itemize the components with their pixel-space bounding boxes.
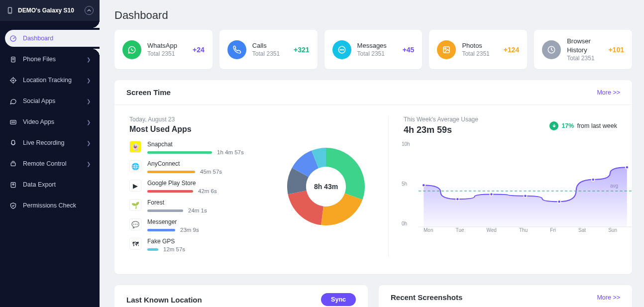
usage-area-chart: 10h 5h 0h avg MonTueWedThuFriSatSun — [404, 141, 617, 231]
sidebar-item-label: Location Tracking — [23, 77, 72, 84]
app-row: 💬 Messenger 23m 9s — [129, 218, 264, 233]
usage-value: 4h 23m 59s — [404, 125, 478, 135]
stat-card-whatsapp[interactable]: WhatsApp Total 2351 +24 — [114, 30, 213, 69]
svg-point-31 — [558, 200, 561, 203]
app-name: AnyConnect — [147, 160, 264, 167]
sidebar-item-dashboard[interactable]: Dashboard — [0, 28, 100, 49]
stat-total: Total 2351 — [147, 50, 177, 58]
usage-subtitle: This Week's Average Usage — [404, 116, 478, 123]
sync-button[interactable]: Sync — [321, 293, 356, 306]
svg-point-30 — [524, 195, 527, 198]
app-usage-bar — [147, 229, 175, 231]
app-row: 👻 Snapchat 1h 4m 57s — [129, 141, 264, 155]
record-icon — [9, 139, 17, 147]
sidebar-item-location-tracking[interactable]: Location Tracking❯ — [0, 70, 100, 91]
phone-icon — [6, 6, 14, 14]
app-usage-bar — [147, 171, 195, 173]
svg-point-33 — [626, 166, 629, 169]
sidebar-item-permissions-check[interactable]: Permissions Check — [0, 195, 100, 216]
stat-card-photos[interactable]: Photos Total 2351 +124 — [429, 30, 527, 69]
sidebar-item-label: Data Export — [23, 181, 56, 188]
stat-delta: +101 — [608, 46, 624, 54]
msg-icon — [332, 40, 351, 59]
chevron-right-icon: ❯ — [87, 161, 91, 167]
stat-delta: +45 — [403, 46, 415, 54]
panel-title-screen-time: Screen Time — [126, 88, 171, 97]
stat-name: Photos — [462, 41, 489, 50]
svg-point-20 — [341, 49, 342, 50]
app-usage-bar — [147, 151, 212, 154]
sidebar-item-data-export[interactable]: Data Export — [0, 174, 100, 195]
device-selector[interactable]: DEMO's Galaxy S10 — [0, 0, 100, 21]
more-link-screen-time[interactable]: More >> — [597, 89, 620, 96]
x-tick: Wed — [487, 227, 497, 233]
sidebar-item-social-apps[interactable]: Social Apps❯ — [0, 91, 100, 111]
donut-center-value: 8h 43m — [307, 168, 345, 205]
nav: DashboardPhone Files❯Location Tracking❯S… — [0, 21, 100, 216]
app-icon: 🌐 — [129, 160, 141, 172]
panel-title-recent-screenshots: Recent Screenshots — [391, 293, 462, 302]
app-time: 1h 4m 57s — [217, 149, 244, 155]
last-location-panel: Last Known Location Sync — [114, 285, 368, 307]
chevron-right-icon: ❯ — [87, 140, 91, 146]
stat-total: Total 2351 — [567, 54, 602, 62]
app-time: 45m 57s — [200, 169, 222, 175]
recent-screenshots-panel: Recent Screenshots More >> — [379, 285, 632, 307]
x-tick: Fri — [550, 227, 556, 233]
app-name: Forest — [147, 199, 264, 206]
svg-point-15 — [14, 121, 14, 122]
stat-total: Total 2351 — [462, 50, 489, 58]
stat-delta: +124 — [504, 46, 520, 54]
svg-point-13 — [11, 121, 12, 122]
app-name: Snapchat — [147, 141, 264, 148]
usage-delta-pct: 17% — [561, 122, 574, 129]
app-time: 24m 1s — [188, 207, 207, 213]
sidebar-item-live-recording[interactable]: Live Recording❯ — [0, 132, 100, 153]
shield-icon — [9, 202, 17, 209]
chevron-up-icon — [85, 6, 94, 15]
export-icon — [9, 181, 17, 189]
stat-name: Browser History — [567, 37, 602, 54]
remote-icon — [9, 160, 17, 168]
y-tick-10h: 10h — [402, 141, 410, 147]
target-icon — [9, 76, 17, 84]
stat-row: WhatsApp Total 2351 +24 Calls Total 2351… — [114, 30, 632, 69]
stat-total: Total 2351 — [357, 50, 387, 58]
chevron-right-icon: ❯ — [87, 119, 91, 125]
app-name: Messenger — [147, 218, 264, 225]
sidebar-item-label: Phone Files — [23, 56, 56, 63]
photo-icon — [437, 40, 456, 59]
most-used-title: Most Used Apps — [129, 125, 264, 134]
chevron-right-icon: ❯ — [87, 57, 91, 62]
sidebar-item-phone-files[interactable]: Phone Files❯ — [0, 49, 100, 70]
app-row: 🗺 Fake GPS 12m 57s — [129, 238, 264, 252]
stat-total: Total 2351 — [252, 50, 280, 58]
x-tick: Tue — [456, 227, 464, 233]
gauge-icon — [9, 34, 17, 42]
arrow-down-icon — [549, 121, 558, 130]
stat-card-browser-history[interactable]: Browser History Total 2351 +101 — [534, 30, 632, 69]
stat-card-calls[interactable]: Calls Total 2351 +321 — [219, 30, 318, 69]
sidebar-item-video-apps[interactable]: Video Apps❯ — [0, 111, 100, 132]
main: Dashboard WhatsApp Total 2351 +24 Calls … — [100, 0, 644, 307]
svg-point-27 — [422, 184, 425, 187]
svg-rect-22 — [443, 47, 449, 53]
clock-icon — [542, 40, 561, 59]
stat-card-messages[interactable]: Messages Total 2351 +45 — [324, 30, 423, 69]
svg-point-23 — [445, 48, 446, 49]
device-name: DEMO's Galaxy S10 — [18, 7, 74, 14]
clipboard-icon — [9, 55, 17, 63]
y-tick-0h: 0h — [402, 221, 407, 226]
video-icon — [9, 118, 17, 126]
usage-delta: 17% from last week — [549, 121, 617, 130]
whatsapp-icon — [122, 40, 141, 59]
x-tick: Mon — [424, 227, 433, 233]
sidebar-item-remote-control[interactable]: Remote Control❯ — [0, 153, 100, 174]
screen-time-panel: Screen Time More >> Today, August 23 Mos… — [114, 80, 632, 274]
svg-point-28 — [456, 198, 459, 201]
sidebar-item-label: Dashboard — [23, 35, 53, 42]
sidebar-item-label: Live Recording — [23, 139, 64, 146]
svg-point-32 — [592, 178, 595, 181]
app-row: 🌱 Forest 24m 1s — [129, 199, 264, 213]
more-link-screenshots[interactable]: More >> — [597, 294, 620, 301]
